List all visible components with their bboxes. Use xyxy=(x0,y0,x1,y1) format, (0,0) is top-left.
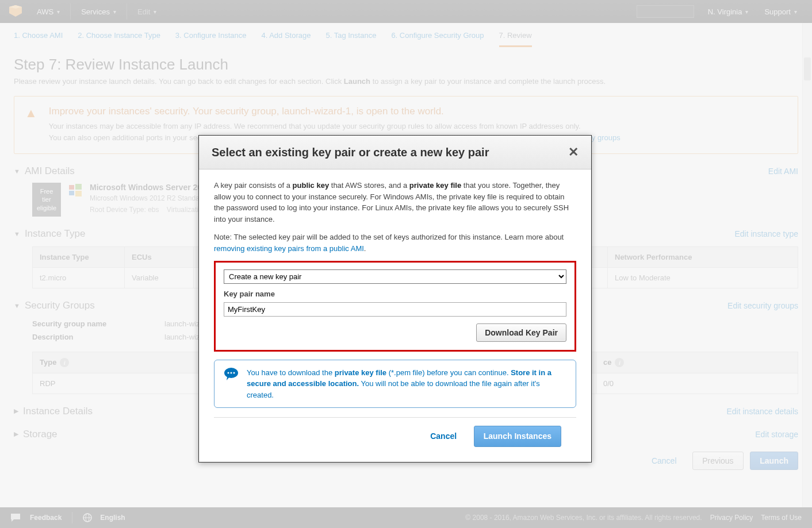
download-warning-note: You have to download the private key fil… xyxy=(214,360,576,408)
note-b1: private key file xyxy=(335,368,386,377)
p1-a: A key pair consists of a xyxy=(214,181,293,190)
svg-point-12 xyxy=(231,372,232,373)
key-pair-name-label: Key pair name xyxy=(224,288,566,300)
key-pair-name-input[interactable] xyxy=(224,302,566,317)
removing-key-pairs-link[interactable]: removing existing key pairs from a publi… xyxy=(214,244,364,253)
p1-b1: public key xyxy=(293,181,330,190)
modal-cancel-button[interactable]: Cancel xyxy=(421,426,466,446)
p2-b: . xyxy=(364,244,366,253)
chat-bubble-icon xyxy=(224,367,239,381)
key-pair-modal: Select an existing key pair or create a … xyxy=(198,135,592,463)
modal-body: A key pair consists of a public key that… xyxy=(199,169,591,462)
note-c: (*.pem file) before you can continue. xyxy=(386,368,511,377)
modal-p1: A key pair consists of a public key that… xyxy=(214,180,576,225)
modal-p2: Note: The selected key pair will be adde… xyxy=(214,232,576,254)
modal-title: Select an existing key pair or create a … xyxy=(212,146,489,159)
modal-footer: Cancel Launch Instances xyxy=(214,417,576,457)
svg-point-11 xyxy=(228,372,229,373)
launch-instances-button[interactable]: Launch Instances xyxy=(474,426,561,447)
key-pair-highlight-box: Create a new key pair Key pair name Down… xyxy=(214,261,576,352)
p2-a: Note: The selected key pair will be adde… xyxy=(214,233,564,241)
note-text: You have to download the private key fil… xyxy=(247,367,566,401)
modal-header: Select an existing key pair or create a … xyxy=(199,136,591,169)
download-key-pair-button[interactable]: Download Key Pair xyxy=(476,323,566,342)
key-pair-option-select[interactable]: Create a new key pair xyxy=(224,269,566,284)
p1-b2: private key file xyxy=(409,181,461,190)
p1-c: that AWS stores, and a xyxy=(329,181,409,190)
note-a: You have to download the xyxy=(247,368,335,377)
close-icon[interactable]: ✕ xyxy=(568,145,579,160)
svg-point-13 xyxy=(233,372,235,373)
